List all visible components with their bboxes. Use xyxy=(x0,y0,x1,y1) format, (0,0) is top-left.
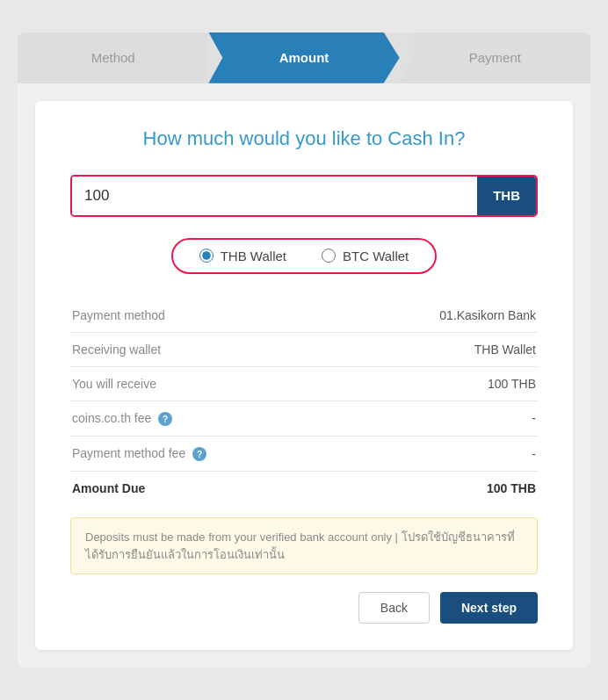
notice-box: Deposits must be made from your verified… xyxy=(70,517,538,574)
main-container: Method Amount Payment How much would you… xyxy=(18,32,590,668)
step-method[interactable]: Method xyxy=(18,32,208,83)
amount-input[interactable] xyxy=(72,177,477,215)
value-payment-fee: - xyxy=(342,437,538,472)
currency-badge: THB xyxy=(477,177,536,215)
step-method-label: Method xyxy=(91,50,135,65)
amount-input-group: THB xyxy=(70,175,538,217)
btc-wallet-label: BTC Wallet xyxy=(343,249,409,263)
value-receiving-wallet: THB Wallet xyxy=(342,332,538,366)
coins-fee-info-icon[interactable]: ? xyxy=(158,412,172,426)
card: How much would you like to Cash In? THB … xyxy=(35,101,573,651)
thb-wallet-radio[interactable] xyxy=(199,249,214,263)
label-coins-fee: coins.co.th fee ? xyxy=(70,401,342,436)
value-you-receive: 100 THB xyxy=(342,366,538,401)
thb-wallet-label: THB Wallet xyxy=(221,249,286,263)
page-title: How much would you like to Cash In? xyxy=(70,127,538,150)
amount-due-row: Amount Due 100 THB xyxy=(70,472,538,506)
table-row: Payment method 01.Kasikorn Bank xyxy=(70,299,538,333)
back-button[interactable]: Back xyxy=(358,592,430,624)
stepper: Method Amount Payment xyxy=(18,32,590,83)
label-receiving-wallet: Receiving wallet xyxy=(70,332,342,366)
label-you-receive: You will receive xyxy=(70,366,342,401)
step-amount[interactable]: Amount xyxy=(208,32,399,83)
step-payment-label: Payment xyxy=(469,50,521,65)
table-row: You will receive 100 THB xyxy=(70,366,538,401)
step-payment[interactable]: Payment xyxy=(400,32,590,83)
info-table: Payment method 01.Kasikorn Bank Receivin… xyxy=(70,299,538,506)
label-amount-due: Amount Due xyxy=(70,472,342,506)
btc-wallet-radio[interactable] xyxy=(322,249,336,263)
value-payment-method: 01.Kasikorn Bank xyxy=(342,299,538,333)
thb-wallet-option[interactable]: THB Wallet xyxy=(199,249,286,263)
table-row: coins.co.th fee ? - xyxy=(70,401,538,436)
label-payment-fee: Payment method fee ? xyxy=(70,437,342,472)
label-payment-method: Payment method xyxy=(70,299,342,333)
table-row: Payment method fee ? - xyxy=(70,437,538,472)
wallet-selection: THB Wallet BTC Wallet xyxy=(171,238,438,274)
table-row: Receiving wallet THB Wallet xyxy=(70,332,538,366)
value-amount-due: 100 THB xyxy=(342,472,538,506)
value-coins-fee: - xyxy=(342,401,538,436)
payment-fee-info-icon[interactable]: ? xyxy=(192,447,206,461)
next-step-button[interactable]: Next step xyxy=(440,592,538,624)
btc-wallet-option[interactable]: BTC Wallet xyxy=(322,249,409,263)
button-row: Back Next step xyxy=(70,592,538,624)
step-amount-label: Amount xyxy=(279,50,329,65)
